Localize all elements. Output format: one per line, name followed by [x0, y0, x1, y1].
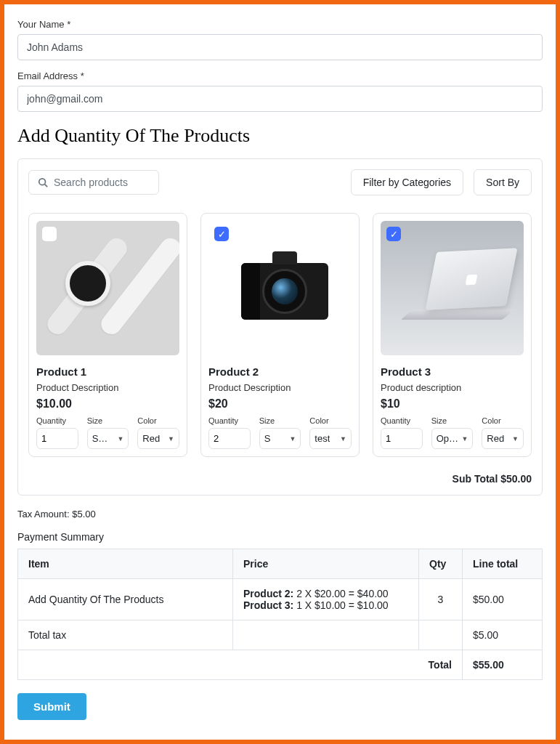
- chevron-down-icon: ▼: [512, 435, 519, 442]
- chevron-down-icon: ▼: [168, 435, 174, 442]
- product-image: ✓: [381, 221, 524, 355]
- tax-label: Tax Amount:: [17, 509, 70, 519]
- product-price: $20: [208, 397, 352, 411]
- product-description: Product Description: [36, 382, 179, 393]
- cell-linetotal: $5.00: [463, 620, 543, 650]
- quantity-input[interactable]: [36, 428, 78, 449]
- cell-linetotal: $50.00: [463, 579, 543, 620]
- table-row: Total tax$5.00: [18, 620, 543, 650]
- submit-button[interactable]: Submit: [17, 693, 86, 720]
- product-checkbox[interactable]: [42, 227, 57, 241]
- product-price: $10: [381, 397, 524, 411]
- chevron-down-icon: ▼: [340, 435, 346, 442]
- table-row: Add Quantity Of The ProductsProduct 2: 2…: [18, 579, 543, 620]
- product-description: Product Description: [208, 382, 352, 393]
- size-label: Size: [431, 416, 474, 425]
- color-select[interactable]: test▼: [309, 428, 352, 449]
- products-panel: Search products Filter by Categories Sor…: [17, 158, 543, 496]
- col-qty: Qty: [419, 549, 463, 579]
- cell-price: Product 2: 2 X $20.00 = $40.00Product 3:…: [233, 579, 419, 620]
- payment-summary-title: Payment Summary: [17, 531, 543, 543]
- size-select[interactable]: Option▼: [431, 428, 474, 449]
- product-checkbox[interactable]: ✓: [386, 227, 401, 241]
- product-card: ✓Product 2Product Description$20Quantity…: [200, 213, 360, 457]
- color-select[interactable]: Red▼: [137, 428, 179, 449]
- product-description: Product description: [381, 382, 524, 393]
- product-image: [36, 221, 179, 355]
- product-name: Product 1: [36, 365, 179, 378]
- search-input[interactable]: Search products: [28, 170, 159, 195]
- color-label: Color: [309, 416, 352, 425]
- product-checkbox[interactable]: ✓: [214, 227, 229, 241]
- chevron-down-icon: ▼: [461, 435, 468, 442]
- quantity-label: Quantity: [208, 416, 251, 425]
- cell-qty: [419, 620, 463, 650]
- color-label: Color: [482, 416, 524, 425]
- total-value: $55.00: [463, 650, 543, 680]
- quantity-input[interactable]: [208, 428, 251, 449]
- search-icon: [38, 177, 48, 187]
- size-label: Size: [259, 416, 301, 425]
- filter-categories-button[interactable]: Filter by Categories: [351, 169, 463, 195]
- name-label: Your Name *: [17, 19, 543, 30]
- cell-item: Add Quantity Of The Products: [18, 579, 233, 620]
- col-item: Item: [18, 549, 233, 579]
- size-select[interactable]: S▼: [259, 428, 301, 449]
- color-label: Color: [137, 416, 179, 425]
- quantity-label: Quantity: [36, 416, 78, 425]
- col-price: Price: [233, 549, 419, 579]
- subtotal-value: $50.00: [500, 473, 532, 485]
- search-placeholder: Search products: [54, 177, 128, 188]
- color-select[interactable]: Red▼: [482, 428, 524, 449]
- name-input[interactable]: [17, 34, 543, 60]
- chevron-down-icon: ▼: [289, 435, 296, 442]
- chevron-down-icon: ▼: [117, 435, 123, 442]
- cell-item: Total tax: [18, 620, 233, 650]
- size-select[interactable]: Small▼: [87, 428, 129, 449]
- sort-by-button[interactable]: Sort By: [474, 169, 532, 195]
- total-label: Total: [18, 650, 463, 680]
- subtotal-label: Sub Total: [453, 473, 498, 485]
- quantity-label: Quantity: [381, 416, 423, 425]
- product-name: Product 2: [208, 365, 352, 378]
- col-linetotal: Line total: [463, 549, 543, 579]
- tax-value: $5.00: [72, 509, 96, 519]
- svg-line-1: [45, 185, 48, 187]
- quantity-input[interactable]: [381, 428, 423, 449]
- payment-summary-table: Item Price Qty Line total Add Quantity O…: [17, 549, 543, 680]
- svg-point-0: [39, 179, 46, 185]
- product-card: ✓Product 3Product description$10Quantity…: [373, 213, 532, 457]
- cell-qty: 3: [419, 579, 463, 620]
- cell-price: [233, 620, 419, 650]
- product-price: $10.00: [36, 397, 179, 411]
- product-image: ✓: [208, 221, 352, 355]
- email-input[interactable]: [17, 86, 543, 112]
- product-name: Product 3: [381, 365, 524, 378]
- email-label: Email Address *: [17, 70, 543, 81]
- size-label: Size: [87, 416, 129, 425]
- section-title: Add Quantity Of The Products: [17, 125, 543, 147]
- product-card: Product 1Product Description$10.00Quanti…: [28, 213, 187, 457]
